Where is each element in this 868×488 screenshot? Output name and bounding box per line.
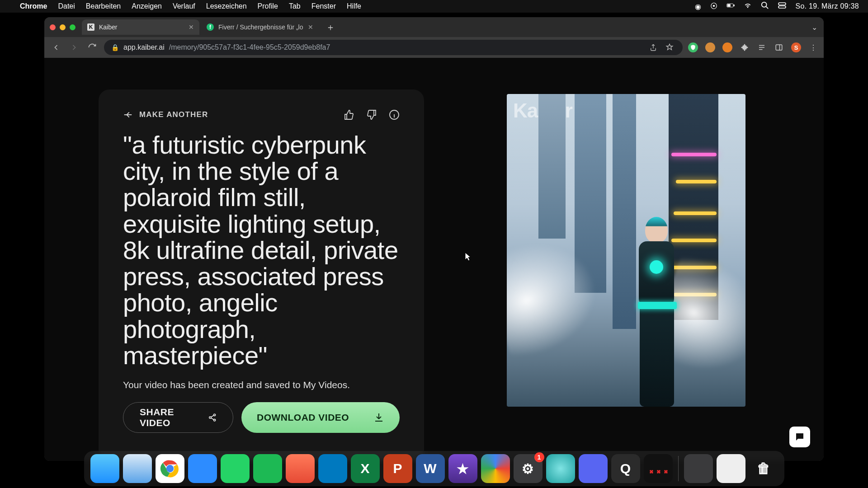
- dock-word-icon[interactable]: W: [416, 454, 445, 483]
- timer-icon[interactable]: ⦿: [710, 2, 717, 10]
- svg-rect-1: [734, 5, 735, 6]
- dock-separator: [678, 456, 679, 481]
- tab-fiverr[interactable]: f Fiverr / Suchergebnisse für „lo ✕: [201, 19, 319, 35]
- close-window-button[interactable]: [50, 24, 56, 30]
- bookmark-icon[interactable]: [664, 42, 675, 53]
- tab-bar: K Kaiber ✕ f Fiverr / Suchergebnisse für…: [44, 17, 824, 37]
- reading-list-icon[interactable]: [757, 42, 767, 52]
- extension-shield-icon[interactable]: [688, 42, 698, 52]
- info-button[interactable]: [389, 109, 400, 120]
- extension-icons: S ⋮: [688, 42, 818, 52]
- dock-folder-icon[interactable]: [684, 454, 713, 483]
- macos-menubar: Chrome Datei Bearbeiten Anzeigen Verlauf…: [0, 0, 868, 13]
- extensions-menu-icon[interactable]: [740, 42, 750, 52]
- make-another-label: MAKE ANOTHER: [139, 110, 208, 119]
- toolbar: 🔒 app.kaiber.ai/memory/905c57a7-f3c1-4fe…: [44, 37, 824, 58]
- menu-lesezeichen[interactable]: Lesezeichen: [206, 2, 247, 10]
- dock-spotify-icon[interactable]: [253, 454, 282, 483]
- thumbs-down-button[interactable]: [366, 109, 377, 120]
- dock-discord-icon[interactable]: [579, 454, 608, 483]
- tab-kaiber[interactable]: K Kaiber ✕: [82, 19, 199, 35]
- decorative-figure: [624, 217, 692, 407]
- maximize-window-button[interactable]: [70, 24, 75, 30]
- menu-bearbeiten[interactable]: Bearbeiten: [86, 2, 121, 10]
- extension-orange-icon[interactable]: [722, 42, 732, 52]
- chrome-menu-icon[interactable]: ⋮: [808, 42, 818, 52]
- tab-dropdown-icon[interactable]: ⌄: [811, 23, 817, 32]
- dock-trello-icon[interactable]: [318, 454, 347, 483]
- tab-title: Kaiber: [99, 23, 117, 31]
- menubar-clock[interactable]: So. 19. März 09:38: [795, 2, 859, 10]
- dock-safari-icon[interactable]: [123, 454, 152, 483]
- status-text: Your video has been created and saved to…: [123, 380, 400, 390]
- side-panel-icon[interactable]: [774, 42, 784, 52]
- search-icon[interactable]: [761, 1, 769, 11]
- thumbs-up-button[interactable]: [344, 109, 354, 120]
- macos-dock: X P W ★ ⚙1 Q ⸼⸼⸼ 🗑: [0, 447, 868, 488]
- control-center-icon[interactable]: [778, 1, 786, 11]
- dock-chrome-icon[interactable]: [156, 454, 184, 483]
- browser-window: K Kaiber ✕ f Fiverr / Suchergebnisse für…: [44, 17, 824, 461]
- dock-zoom-icon[interactable]: [188, 454, 217, 483]
- forward-button[interactable]: [68, 41, 80, 54]
- url-host: app.kaiber.ai: [123, 43, 165, 52]
- share-video-button[interactable]: SHARE VIDEO: [123, 402, 233, 433]
- new-tab-button[interactable]: ＋: [321, 21, 340, 33]
- svg-point-12: [166, 465, 174, 473]
- menu-fenster[interactable]: Fenster: [311, 2, 336, 10]
- menu-datei[interactable]: Datei: [58, 2, 75, 10]
- back-button[interactable]: [50, 41, 62, 54]
- video-preview[interactable]: Kaiber: [507, 94, 745, 407]
- menu-tab[interactable]: Tab: [289, 2, 301, 10]
- prompt-text: "a futuristic cyberpunk city, in the sty…: [123, 132, 400, 369]
- dock-excel-icon[interactable]: X: [351, 454, 380, 483]
- help-chat-button[interactable]: [789, 427, 810, 447]
- menubar-app-name[interactable]: Chrome: [20, 2, 47, 10]
- extension-cookie-icon[interactable]: [705, 42, 715, 52]
- svg-point-3: [762, 2, 767, 7]
- svg-rect-4: [778, 3, 786, 5]
- menu-verlauf[interactable]: Verlauf: [173, 2, 195, 10]
- dock-audio-icon[interactable]: ⸼⸼⸼: [644, 454, 673, 483]
- decorative-neon: [671, 153, 717, 156]
- lock-icon: 🔒: [111, 44, 119, 51]
- favicon-fiverr: f: [207, 23, 214, 31]
- record-icon[interactable]: ◉: [695, 2, 701, 11]
- dock-settings-icon[interactable]: ⚙1: [514, 454, 542, 483]
- close-tab-icon[interactable]: ✕: [189, 23, 194, 31]
- decorative-tower: [538, 94, 566, 239]
- preview-pane: Kaiber: [483, 89, 769, 461]
- svg-rect-5: [778, 6, 786, 8]
- profile-avatar[interactable]: S: [791, 42, 801, 52]
- window-controls: [50, 24, 75, 30]
- arrow-left-icon: [123, 110, 133, 120]
- battery-icon[interactable]: [726, 1, 735, 11]
- address-bar[interactable]: 🔒 app.kaiber.ai/memory/905c57a7-f3c1-4fe…: [104, 40, 683, 55]
- dock-finder-icon[interactable]: [90, 454, 119, 483]
- reload-button[interactable]: [86, 41, 99, 54]
- dock-trash-icon[interactable]: 🗑: [749, 454, 778, 483]
- svg-rect-2: [728, 5, 731, 7]
- wifi-icon[interactable]: [744, 1, 752, 11]
- mouse-cursor-icon: [465, 252, 471, 261]
- dock-todoist-icon[interactable]: [286, 454, 315, 483]
- decorative-neon: [674, 211, 717, 215]
- dock-powerpoint-icon[interactable]: P: [383, 454, 412, 483]
- dock-imovie-icon[interactable]: ★: [448, 454, 477, 483]
- share-url-icon[interactable]: [647, 42, 659, 53]
- dock-drive-icon[interactable]: [481, 454, 510, 483]
- dock-app-icon[interactable]: [546, 454, 575, 483]
- share-icon: [208, 413, 217, 422]
- minimize-window-button[interactable]: [60, 24, 66, 30]
- menu-anzeigen[interactable]: Anzeigen: [132, 2, 162, 10]
- menu-profile[interactable]: Profile: [258, 2, 278, 10]
- dock-quicktime-icon[interactable]: Q: [611, 454, 640, 483]
- menu-hilfe[interactable]: Hilfe: [347, 2, 361, 10]
- dock-whatsapp-icon[interactable]: [221, 454, 250, 483]
- prompt-card: MAKE ANOTHER "a futuristic cyberpunk cit…: [99, 89, 424, 461]
- dock-notes-icon[interactable]: [717, 454, 745, 483]
- download-icon: [373, 412, 384, 423]
- close-tab-icon[interactable]: ✕: [308, 23, 313, 31]
- download-video-button[interactable]: DOWNLOAD VIDEO: [241, 402, 400, 433]
- make-another-button[interactable]: MAKE ANOTHER: [123, 110, 208, 120]
